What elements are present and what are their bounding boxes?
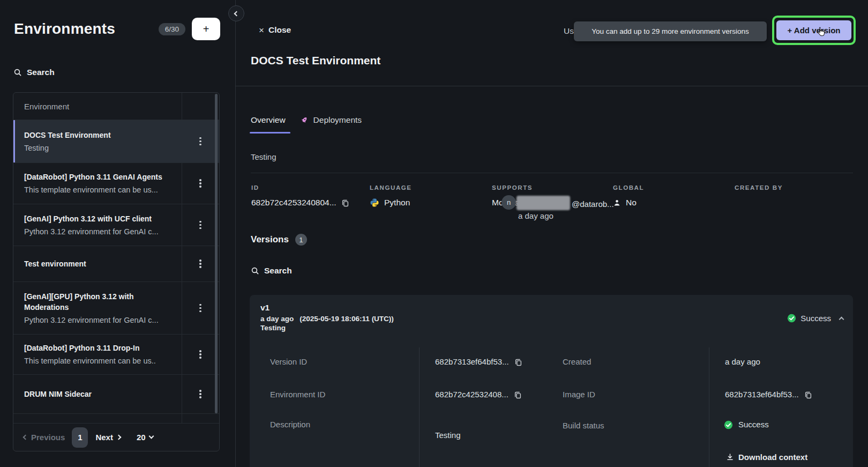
page-title: Environments [14,20,159,38]
created-by-email: @datarob... [572,199,614,209]
row-menu-button[interactable] [182,204,219,246]
chevron-left-icon [234,11,239,16]
tab-deployments[interactable]: Deployments [300,115,362,125]
environment-row-selected[interactable]: DOCS Test Environment Testing [13,120,219,163]
clipped-header-text: Us [564,26,574,36]
version-meta: a day ago (2025-05-19 18:06:11 (UTC)) [260,315,394,323]
success-check-icon [724,420,733,429]
environment-title: DOCS Test Environment [251,54,380,67]
kebab-icon [199,349,201,360]
tab-overview[interactable]: Overview [251,115,286,125]
partial-row [13,414,219,424]
row-menu-button[interactable] [182,120,219,162]
environment-count-badge: 6/30 [159,23,185,35]
status-text: Success [800,314,831,323]
row-menu-button[interactable] [182,335,219,374]
chevron-right-icon [116,435,121,440]
row-menu-button[interactable] [182,246,219,281]
version-relative-time: a day ago [260,315,294,323]
previous-page-button[interactable]: Previous [24,433,65,442]
kebab-icon [199,302,201,314]
search-icon [251,266,259,275]
page-size-dropdown[interactable]: 20 [137,433,153,442]
success-check-icon [787,314,796,323]
rocket-icon [297,114,310,127]
kebab-icon [199,219,201,231]
image-id-value: 682b7313ef64bf53... [725,389,812,400]
copy-icon[interactable] [804,391,812,399]
close-label: Close [268,25,291,35]
search-icon [13,68,22,77]
download-context-link[interactable]: Download context [726,453,807,462]
search-label: Search [264,266,292,276]
language-label: LANGUAGE [370,184,412,191]
environment-name: DRUM NIM Sidecar [24,389,174,399]
build-status-value: Success [724,419,769,430]
card-column-divider [419,347,420,467]
versions-search-button[interactable]: Search [251,266,292,276]
id-value: 682b72c4253240804... [251,198,349,207]
add-environment-button[interactable]: + [192,18,220,40]
row-menu-button[interactable] [182,163,219,204]
environment-name: [GenAI] Python 3.12 with UCF client [24,213,174,224]
environment-row[interactable]: [DataRobot] Python 3.11 Drop-In This tem… [13,335,219,375]
redacted-username [517,196,570,210]
version-status: Success [787,314,843,323]
row-menu-button[interactable] [182,282,219,334]
environment-name: [DataRobot] Python 3.11 Drop-In [24,343,174,353]
environment-description: Testing [24,143,174,153]
tab-bar: Overview Deployments [251,115,362,125]
header-divider [236,86,868,86]
copy-icon[interactable] [341,199,349,207]
table-header-row: Environment [13,93,219,120]
version-id-value: 682b7313ef64bf53... [435,357,522,367]
current-page-button[interactable]: 1 [72,427,88,448]
table-scrollbar[interactable] [215,94,218,413]
card-column-divider [709,347,709,467]
avatar: n [502,195,516,210]
versions-count-badge: 1 [295,234,307,246]
environment-name: [DataRobot] Python 3.11 GenAI Agents [24,172,174,182]
environment-description: This template environment can be us.. [24,355,174,366]
collapse-panel-button[interactable] [228,5,244,21]
environments-sidebar: Environments 6/30 + Search Environment D… [0,0,236,467]
collapse-version-chevron[interactable] [839,317,844,322]
copy-icon[interactable] [514,358,522,366]
environment-row[interactable]: [GenAI][GPU] Python 3.12 with Moderation… [13,282,219,335]
close-icon: × [259,26,264,35]
sidebar-header: Environments 6/30 + [14,17,220,41]
highlight-annotation: + Add version [772,16,856,45]
close-button[interactable]: × Close [256,25,294,35]
section-divider [251,173,853,173]
copy-icon[interactable] [514,391,522,399]
id-label: ID [251,184,259,191]
pagination: Previous 1 Next 20 [13,424,219,451]
person-icon [613,199,621,207]
environment-name: [GenAI][GPU] Python 3.12 with Moderation… [24,291,174,313]
environment-row[interactable]: DRUM NIM Sidecar [13,375,219,414]
image-id-label: Image ID [563,389,595,400]
created-by-time: a day ago [518,211,553,220]
environment-detail-panel: × Close Us You can add up to 29 more env… [236,0,868,467]
version-label: Testing [260,324,286,332]
version-timestamp: (2025-05-19 18:06:11 (UTC)) [300,315,394,323]
language-value: Python [370,198,410,207]
version-number: v1 [260,303,270,313]
kebab-icon [199,178,201,189]
environments-table: Environment DOCS Test Environment Testin… [13,92,220,451]
column-header-environment: Environment [24,102,69,111]
environment-row[interactable]: [DataRobot] Python 3.11 GenAI Agents Thi… [13,163,219,204]
environment-row[interactable]: Test environment [13,246,219,282]
environment-name: Test environment [24,258,174,269]
chevron-left-icon [23,435,28,440]
row-menu-button[interactable] [182,375,219,413]
chevron-down-icon [148,434,154,439]
environments-search-button[interactable]: Search [13,68,55,77]
next-page-button[interactable]: Next [95,433,121,442]
supports-label: SUPPORTS [492,184,533,191]
environment-row[interactable]: [GenAI] Python 3.12 with UCF client Pyth… [13,204,219,246]
environment-id-value: 682b72c42532408... [435,389,522,400]
add-version-button[interactable]: + Add version [776,20,851,40]
description-value: Testing [435,430,461,441]
versions-heading: Versions 1 [251,234,307,246]
